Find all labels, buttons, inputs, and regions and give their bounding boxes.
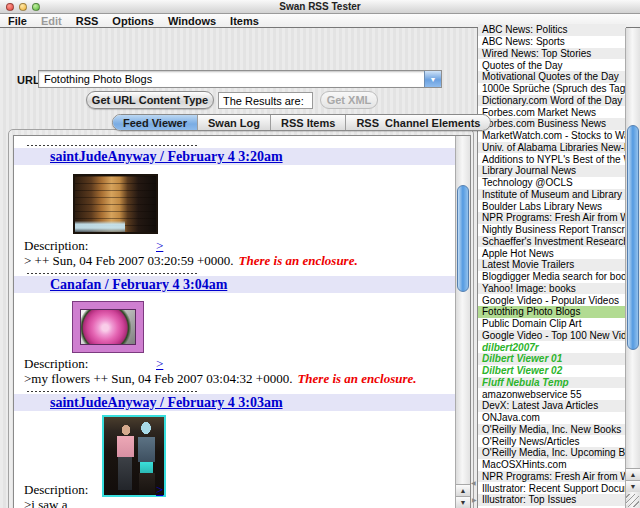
feed-list-item[interactable]: MarketWatch.com - Stocks to Wat	[478, 130, 626, 142]
feed-list-item-label: Google Video - Popular Videos	[482, 295, 619, 306]
feed-list-item[interactable]: NPR Programs: Fresh Air from WH	[478, 471, 626, 483]
feed-item-more-link[interactable]: >	[156, 239, 163, 252]
feed-list-item-label: NPR Programs: Fresh Air from WH	[482, 471, 626, 482]
feed-item-date-line: >my flowers ++ Sun, 04 Feb 2007 03:04:32…	[24, 371, 457, 386]
feed-list-item[interactable]: Dictionary.com Word of the Day	[478, 95, 626, 107]
dotted-separator	[26, 143, 198, 146]
feed-list-item-label: Public Domain Clip Art	[482, 318, 581, 329]
dotted-separator	[26, 271, 198, 274]
results-field[interactable]: The Results are:	[218, 92, 313, 109]
tab-rss-items[interactable]: RSS Items	[270, 115, 345, 130]
feed-list-item[interactable]: amazonwebservice 55	[478, 388, 626, 400]
feed-item-header: Canafan / February 4 3:04am	[14, 276, 457, 293]
close-button[interactable]	[6, 3, 14, 11]
scroll-down-button[interactable]: ▼	[456, 496, 470, 508]
feed-list-item[interactable]: O'Reilly Media, Inc. New Books	[478, 424, 626, 436]
feed-list-item[interactable]: Dilbert Viewer 02	[478, 365, 626, 377]
tab-swan-log[interactable]: Swan Log	[197, 115, 270, 130]
feed-item-more-link[interactable]: >	[156, 357, 163, 370]
resize-grip[interactable]	[626, 494, 639, 507]
feed-list-item[interactable]: Illustrator: Recent Support Docum	[478, 482, 626, 494]
feed-item-lines: >my flowers ++ Sun, 04 Feb 2007 03:04:32…	[24, 371, 457, 386]
pink-rose-photo	[73, 302, 143, 352]
feed-list-item[interactable]: Illustrator: Top Issues	[478, 494, 626, 506]
feed-list-item[interactable]: Public Domain Clip Art	[478, 318, 626, 330]
sidebar-scrollbar-thumb[interactable]	[627, 125, 639, 350]
chevron-down-icon: ▼	[430, 76, 437, 83]
get-url-content-type-button[interactable]: Get URL Content Type	[86, 91, 214, 109]
minimize-button[interactable]	[19, 3, 27, 11]
feed-list-item[interactable]: Yahoo! Image: books	[478, 283, 626, 295]
get-xml-button[interactable]: Get XML	[320, 91, 378, 109]
feed-list-item[interactable]: Library Journal News	[478, 165, 626, 177]
feed-list-item[interactable]: O'Reilly Media, Inc. Upcoming Boo	[478, 447, 626, 459]
dotted-separator	[26, 389, 198, 392]
menu-item-windows[interactable]: Windows	[168, 15, 226, 27]
menu-item-options[interactable]: Options	[112, 15, 164, 27]
feed-list-item-label: DevX: Latest Java Articles	[482, 400, 598, 411]
feed-list-item[interactable]: Forbes.com Market News	[478, 106, 626, 118]
feed-list-item[interactable]: O'Reilly News/Articles	[478, 435, 626, 447]
feed-list-item[interactable]: Univ. of Alabama Libraries New-L	[478, 142, 626, 154]
scroll-up-button[interactable]: ▲	[626, 468, 640, 480]
feed-list-item[interactable]: Google Video - Popular Videos	[478, 294, 626, 306]
feed-item-date-line: > ++ Sun, 04 Feb 2007 03:20:59 +0000.The…	[24, 253, 457, 268]
feed-item-title-link[interactable]: Canafan / February 4 3:04am	[50, 277, 227, 293]
url-combobox-value: Fotothing Photo Blogs	[44, 73, 152, 85]
feed-list-item[interactable]: Technology @OCLS	[478, 177, 626, 189]
tab-feed-viewer[interactable]: Feed Viewer	[113, 115, 197, 130]
feed-list-item-label: ONJava.com	[482, 412, 540, 423]
feed-list-item[interactable]: 1000e Sprüche (Spruch des Tage	[478, 83, 626, 95]
feed-item-title-link[interactable]: saintJudeAnyway / February 4 3:03am	[50, 395, 283, 411]
feed-item-title-link[interactable]: saintJudeAnyway / February 4 3:20am	[50, 149, 283, 165]
combobox-dropdown-button[interactable]: ▼	[424, 71, 441, 87]
feed-list-item[interactable]: Quotes of the Day	[478, 59, 626, 71]
sidebar-scrollbar[interactable]: ▲ ▼	[625, 28, 640, 508]
feed-list-item[interactable]: DevX: Latest Java Articles	[478, 400, 626, 412]
mini-right-arrow-icon[interactable]: ▶	[472, 496, 477, 503]
feed-list-item[interactable]: Nightly Business Report Transcrip	[478, 224, 626, 236]
tab-rss-channel-elements[interactable]: RSS Channel Elements	[345, 115, 490, 130]
feed-list-item[interactable]: ABC News: Politics	[478, 24, 626, 36]
description-label: Description:	[24, 482, 88, 497]
feed-list-item[interactable]: Dilbert Viewer 01	[478, 353, 626, 365]
feed-list-item-label: Forbes.com Business News	[482, 118, 606, 129]
feed-item-description-row: Description: >	[24, 415, 457, 497]
feed-list-item[interactable]: Fotothing Photo Blogs	[478, 306, 626, 318]
feed-list-item[interactable]: MacOSXHints.com	[478, 459, 626, 471]
menu-item-edit[interactable]: Edit	[41, 15, 72, 27]
url-combobox[interactable]: Fotothing Photo Blogs ▼	[38, 70, 442, 88]
feed-list-item[interactable]: Institute of Museum and Library Se	[478, 189, 626, 201]
feed-list-item[interactable]: Additions to NYPL's Best of the We	[478, 153, 626, 165]
scroll-down-button[interactable]: ▼	[626, 480, 640, 492]
feed-list-item-label: Wired News: Top Stories	[482, 48, 591, 59]
feed-item-more-link[interactable]: >	[156, 483, 163, 496]
feed-list-item[interactable]: dilbert2007r	[478, 341, 626, 353]
feed-list-item[interactable]: ABC News: Sports	[478, 36, 626, 48]
window-controls	[6, 3, 40, 11]
menu-item-rss[interactable]: RSS	[76, 15, 109, 27]
feed-list-item-label: Dilbert Viewer 02	[482, 365, 562, 376]
feed-scrollbar[interactable]: ▲ ▼	[455, 136, 470, 508]
feed-list-item[interactable]: Boulder Labs Library News	[478, 200, 626, 212]
feed-list-item-label: Fotothing Photo Blogs	[482, 306, 580, 317]
feed-list-item[interactable]: Google Video - Top 100 New Vid	[478, 330, 626, 342]
feed-list-item[interactable]: Apple Hot News	[478, 247, 626, 259]
feed-list-item[interactable]: ONJava.com	[478, 412, 626, 424]
tab-content-panel: saintJudeAnyway / February 4 3:20am Desc…	[8, 129, 474, 508]
scroll-up-button[interactable]: ▲	[456, 484, 470, 496]
feed-list-item[interactable]: NPR Programs: Fresh Air from WH	[478, 212, 626, 224]
mini-left-arrow-icon[interactable]: ◀	[471, 479, 476, 486]
feed-list-item[interactable]: Blogdigger Media search for book	[478, 271, 626, 283]
feed-list-item-label: dilbert2007r	[482, 342, 539, 353]
feed-list-item[interactable]: Fluff Nebula Temp	[478, 377, 626, 389]
menu-item-items[interactable]: Items	[230, 15, 269, 27]
feed-scrollbar-thumb[interactable]	[457, 185, 469, 292]
feed-list-item[interactable]: Motivational Quotes of the Day	[478, 71, 626, 83]
feed-list-item[interactable]: Schaeffer's Investment Research P	[478, 236, 626, 248]
menu-item-file[interactable]: File	[8, 15, 37, 27]
zoom-button[interactable]	[32, 3, 40, 11]
feed-list-item[interactable]: Forbes.com Business News	[478, 118, 626, 130]
feed-list-item[interactable]: Latest Movie Trailers	[478, 259, 626, 271]
feed-list-item[interactable]: Wired News: Top Stories	[478, 48, 626, 60]
